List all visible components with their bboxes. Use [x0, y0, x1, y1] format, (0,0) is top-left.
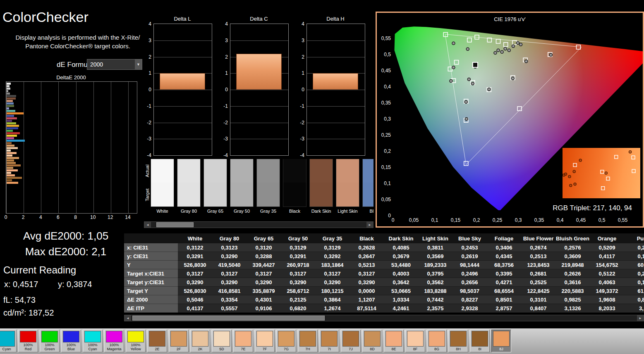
patch-label: 7E — [241, 347, 245, 351]
table-column-header-white: White — [178, 233, 212, 243]
swatch-actual — [230, 159, 253, 183]
cie-y-tick: 0,55 — [381, 36, 391, 41]
current-x-stat: x: 0,4517 — [4, 280, 38, 289]
patch-swatch — [0, 331, 15, 347]
patch-button-2k[interactable]: 2K — [190, 330, 210, 352]
inset-measurement-marker — [574, 183, 576, 185]
table-row-label: Y — [124, 261, 178, 269]
patch-button-8e[interactable]: 8E — [384, 330, 404, 352]
patch-button-7h[interactable]: 7H — [298, 330, 318, 352]
patch-label: 7H — [305, 347, 310, 351]
patch-button-8i[interactable]: 8I — [470, 330, 490, 352]
patch-button-7f[interactable]: 7F — [255, 330, 275, 352]
patch-button-8h[interactable]: 8H — [448, 330, 468, 352]
cie-measurement-marker — [549, 53, 552, 56]
patch-button-100-red[interactable]: 100%Red — [18, 330, 38, 352]
delta-y-tick: -1 — [141, 103, 151, 109]
cie-measurement-marker — [465, 118, 468, 121]
table-cell: 339,4427 — [247, 261, 281, 269]
deltae-bar-gray-80 — [7, 85, 10, 87]
swatch-scrollbar[interactable]: ◄ ► — [144, 221, 373, 228]
arrow-right-icon: ► — [639, 316, 642, 320]
patch-button-7j[interactable]: 7J — [341, 330, 361, 352]
delta-y-tick: 0 — [294, 87, 304, 93]
patch-button-5d[interactable]: 5D — [212, 330, 232, 352]
deltae-bar-green — [7, 130, 13, 132]
table-row-y: Y526,8030419,5040339,4427260,9718183,186… — [124, 261, 644, 269]
table-row-x-cie31: x: CIE310,31220,31230,31200,31290,31290,… — [124, 243, 644, 252]
delta-gridline — [230, 40, 288, 41]
cie-target-marker — [455, 60, 459, 64]
delta-gridline — [230, 123, 288, 123]
delta-gridline — [307, 106, 365, 107]
cie-measurement-marker — [452, 42, 455, 45]
delta-y-tick: 2 — [218, 54, 228, 60]
delta-y-tick: 4 — [141, 21, 151, 27]
deltae-bar-purplish-blue — [7, 115, 14, 117]
cie-measurement-marker — [464, 100, 467, 103]
patch-button-2e[interactable]: 2E — [147, 330, 167, 352]
delta-gridline — [307, 40, 365, 41]
patch-button-100-blue[interactable]: 100%Blue — [61, 330, 81, 352]
cie-x-tick: 0,45 — [576, 217, 586, 223]
cie-target-marker — [448, 67, 452, 71]
patch-button-100-green[interactable]: 100%Green — [40, 330, 60, 352]
patch-button-8g[interactable]: 8G — [427, 330, 447, 352]
deltae-bar-2k — [7, 147, 18, 149]
cie-measurement-marker — [450, 79, 452, 82]
patch-swatch — [127, 331, 144, 342]
delta-y-tick: -4 — [141, 152, 151, 158]
cie-y-tick: 0,05 — [381, 197, 391, 202]
patch-button-cyan[interactable]: Cyan — [0, 330, 17, 352]
patch-button-100-cyan[interactable]: 100%Cyan — [83, 330, 103, 352]
table-row-values: 526,8030419,5040339,4427260,9718183,1864… — [178, 261, 644, 269]
rgb-triplet-label: RGB Triplet: 217, 140, 94 — [553, 204, 632, 212]
inset-target-marker — [606, 177, 610, 180]
cie-measurement-marker — [452, 66, 455, 69]
cie-y-tick: 0 — [388, 213, 391, 219]
table-scroll-right-button[interactable]: ► — [637, 315, 644, 321]
patch-label: 2E — [155, 347, 159, 351]
delta-gridline — [230, 106, 288, 107]
table-scroll-thumb[interactable] — [132, 316, 325, 321]
cie-measurement-marker — [511, 77, 514, 80]
patch-button-8j[interactable]: 8J — [491, 330, 511, 352]
table-cell: 154,6752 — [590, 261, 624, 269]
arrow-right-icon: ► — [368, 223, 371, 227]
table-scroll-track[interactable] — [131, 315, 637, 321]
table-scroll-left-button[interactable]: ◄ — [124, 315, 131, 321]
table-cell: 0,5122 — [590, 269, 624, 278]
swatch-scroll-track[interactable] — [151, 222, 366, 228]
cie-x-tick: 0,25 — [493, 217, 503, 223]
cie-inset-zoom — [563, 148, 640, 198]
swatch-target — [310, 183, 333, 207]
swatch-scroll-thumb[interactable] — [156, 222, 194, 227]
inset-target-marker — [632, 169, 635, 173]
table-cell: 123,8453 — [521, 261, 555, 269]
patch-button-7i[interactable]: 7I — [319, 330, 339, 352]
table-cell: 0,3291 — [281, 252, 315, 260]
patch-button-8f[interactable]: 8F — [405, 330, 425, 352]
de-formula-dropdown[interactable]: 2000 ▼ — [87, 59, 142, 70]
patch-button-7e[interactable]: 7E — [233, 330, 253, 352]
deltae-x-tick: 4 — [39, 214, 42, 220]
delta-y-tick: 3 — [218, 38, 228, 43]
deltae-bar-8g — [7, 174, 15, 176]
delta-gridline — [307, 139, 365, 139]
inset-measurement-marker — [573, 170, 575, 173]
patch-button-7g[interactable]: 7G — [276, 330, 296, 352]
scroll-right-button[interactable]: ► — [366, 222, 373, 228]
inset-measurement-marker — [605, 172, 607, 174]
table-scrollbar[interactable]: ◄ ► — [124, 315, 644, 321]
table-row-label: y: CIE31 — [124, 252, 178, 261]
current-cdm2-stat: cd/m²: 187,52 — [3, 308, 54, 318]
avg-de2000-stat: Avg dE2000: 1,05 — [6, 230, 126, 242]
patch-button-2f[interactable]: 2F — [169, 330, 189, 352]
scroll-left-button[interactable]: ◄ — [144, 222, 151, 228]
patch-button-8d[interactable]: 8D — [362, 330, 382, 352]
patch-label: 7F — [263, 347, 267, 351]
patch-button-100-yellow[interactable]: 100%Yellow — [126, 330, 146, 352]
cie-measurement-marker — [500, 50, 503, 53]
table-cell: 0,8 — [624, 295, 644, 304]
patch-button-100-magenta[interactable]: 100%Magenta — [104, 330, 124, 352]
